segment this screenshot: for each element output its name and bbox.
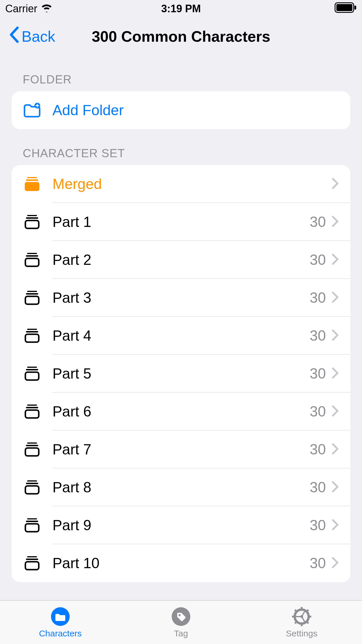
part-row[interactable]: Part 10 30 xyxy=(12,544,350,582)
svg-rect-24 xyxy=(25,410,39,418)
gear-icon xyxy=(291,606,312,627)
svg-rect-41 xyxy=(301,607,303,610)
svg-rect-28 xyxy=(27,480,37,482)
svg-rect-50 xyxy=(301,610,305,617)
part-label: Part 9 xyxy=(52,517,310,534)
tab-tag[interactable]: Tag xyxy=(121,601,241,644)
carrier-label: Carrier xyxy=(5,3,37,15)
stack-outline-icon xyxy=(23,214,41,230)
part-label: Part 5 xyxy=(52,365,310,382)
part-count: 30 xyxy=(310,289,326,306)
part-label: Part 1 xyxy=(52,214,310,230)
chevron-right-icon xyxy=(332,178,339,190)
svg-rect-23 xyxy=(26,407,38,408)
chevron-right-icon xyxy=(332,253,339,266)
svg-rect-47 xyxy=(292,616,295,617)
tab-characters[interactable]: Characters xyxy=(0,601,121,644)
part-row[interactable]: Part 3 30 xyxy=(12,279,350,317)
part-row[interactable]: Part 7 30 xyxy=(12,430,350,468)
svg-rect-6 xyxy=(25,182,39,191)
stack-outline-icon xyxy=(23,404,41,419)
svg-rect-7 xyxy=(27,215,37,216)
part-row[interactable]: Part 4 30 xyxy=(12,317,350,355)
chevron-left-icon xyxy=(9,26,19,47)
chevron-right-icon xyxy=(332,443,339,456)
svg-rect-12 xyxy=(25,258,39,266)
svg-point-39 xyxy=(179,614,181,616)
back-label: Back xyxy=(22,28,55,45)
page-title: 300 Common Characters xyxy=(92,28,270,45)
status-bar: Carrier 3:19 PM xyxy=(0,0,362,18)
tag-icon xyxy=(171,606,191,627)
svg-rect-43 xyxy=(308,616,311,617)
part-row[interactable]: Part 1 30 xyxy=(12,203,350,241)
chevron-right-icon xyxy=(332,291,339,304)
wifi-icon xyxy=(41,3,52,15)
stack-outline-icon xyxy=(23,518,41,533)
part-count: 30 xyxy=(310,403,326,420)
chevron-right-icon xyxy=(332,405,339,418)
svg-rect-31 xyxy=(27,518,37,519)
svg-rect-52 xyxy=(295,616,302,617)
content-area: FOLDER Add Folder CHARACTER SET Merged P… xyxy=(0,55,362,600)
svg-rect-2 xyxy=(354,6,356,10)
part-count: 30 xyxy=(310,555,326,572)
svg-rect-32 xyxy=(26,521,38,522)
svg-rect-33 xyxy=(25,524,39,532)
part-label: Part 2 xyxy=(52,251,310,268)
chevron-right-icon xyxy=(332,367,339,380)
part-count: 30 xyxy=(310,441,326,458)
svg-rect-19 xyxy=(27,367,37,368)
chevron-right-icon xyxy=(332,329,339,342)
svg-rect-1 xyxy=(336,4,352,11)
chevron-right-icon xyxy=(332,481,339,494)
svg-rect-14 xyxy=(26,293,38,295)
svg-rect-27 xyxy=(25,448,39,456)
svg-rect-9 xyxy=(25,220,39,228)
svg-rect-16 xyxy=(27,329,37,330)
part-count: 30 xyxy=(310,365,326,382)
stack-outline-icon xyxy=(23,328,41,343)
add-folder-row[interactable]: Add Folder xyxy=(12,91,350,129)
part-label: Part 7 xyxy=(52,441,310,458)
part-count: 30 xyxy=(310,327,326,344)
chevron-right-icon xyxy=(332,519,339,532)
svg-rect-29 xyxy=(26,483,38,484)
part-row[interactable]: Part 5 30 xyxy=(12,355,350,393)
part-row[interactable]: Part 8 30 xyxy=(12,468,350,506)
part-label: Part 8 xyxy=(52,479,310,496)
stack-outline-icon xyxy=(23,442,41,457)
part-label: Part 4 xyxy=(52,327,310,344)
stack-outline-icon xyxy=(23,290,41,305)
stack-outline-icon xyxy=(23,556,41,571)
folder-add-icon xyxy=(23,103,41,118)
clock-label: 3:19 PM xyxy=(161,3,201,15)
part-row[interactable]: Part 6 30 xyxy=(12,393,350,430)
svg-rect-30 xyxy=(25,486,39,494)
merged-row[interactable]: Merged xyxy=(12,165,350,203)
part-count: 30 xyxy=(310,214,326,230)
battery-icon xyxy=(335,2,357,15)
part-row[interactable]: Part 2 30 xyxy=(12,241,350,279)
tab-settings[interactable]: Settings xyxy=(241,601,362,644)
part-label: Part 10 xyxy=(52,555,310,572)
svg-rect-36 xyxy=(25,562,39,570)
svg-rect-13 xyxy=(27,291,37,292)
part-label: Part 6 xyxy=(52,403,310,420)
character-set-list: Merged Part 1 30 Part 2 30 Part 3 30 Par… xyxy=(12,165,350,582)
nav-bar: Back 300 Common Characters xyxy=(0,18,362,55)
svg-rect-11 xyxy=(26,255,38,257)
part-count: 30 xyxy=(310,517,326,534)
back-button[interactable]: Back xyxy=(9,26,55,47)
section-header-character-set: CHARACTER SET xyxy=(0,129,362,165)
svg-rect-34 xyxy=(27,556,37,557)
stack-outline-icon xyxy=(23,480,41,495)
svg-rect-5 xyxy=(26,179,38,181)
svg-rect-4 xyxy=(27,177,37,178)
svg-rect-35 xyxy=(26,559,38,560)
tab-label: Settings xyxy=(286,629,317,638)
svg-rect-25 xyxy=(27,442,37,444)
svg-rect-45 xyxy=(301,623,303,626)
part-row[interactable]: Part 9 30 xyxy=(12,506,350,544)
svg-rect-21 xyxy=(25,372,39,380)
